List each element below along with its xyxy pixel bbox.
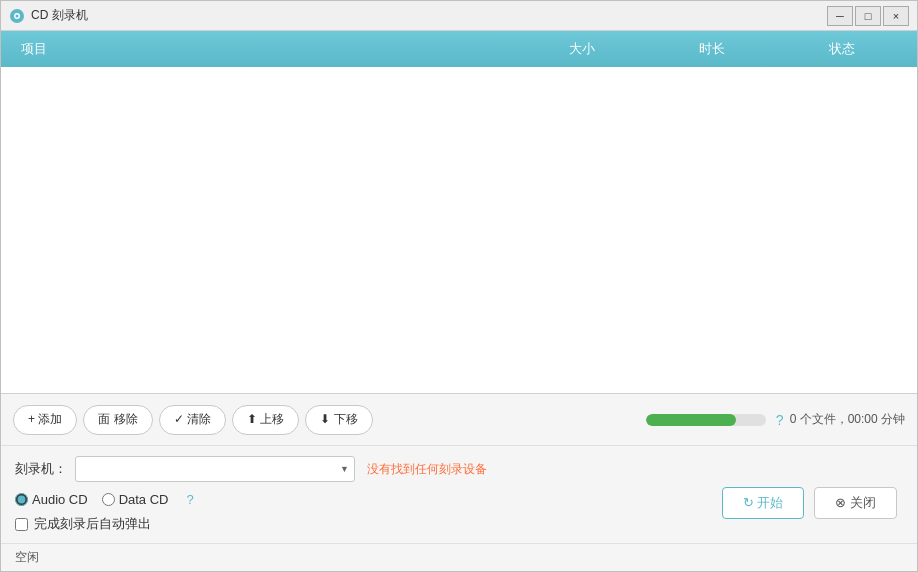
minimize-button[interactable]: ─ [827, 6, 853, 26]
audio-cd-radio[interactable] [15, 493, 28, 506]
burner-label: 刻录机： [15, 460, 67, 478]
toolbar-right: ? 0 个文件，00:00 分钟 [646, 411, 905, 428]
burner-row: 刻录机： 没有找到任何刻录设备 [15, 456, 903, 482]
move-up-button[interactable]: ⬆ 上移 [232, 405, 299, 435]
file-list [1, 67, 917, 394]
burner-select[interactable] [75, 456, 355, 482]
column-header: 项目 大小 时长 状态 [1, 31, 917, 67]
close-window-button[interactable]: × [883, 6, 909, 26]
file-count: 0 个文件，00:00 分钟 [790, 411, 905, 428]
audio-cd-label[interactable]: Audio CD [15, 492, 88, 507]
clear-button[interactable]: ✓ 清除 [159, 405, 226, 435]
close-button[interactable]: ⊗ 关闭 [814, 487, 897, 519]
window-controls: ─ □ × [827, 6, 909, 26]
data-cd-radio[interactable] [102, 493, 115, 506]
add-button[interactable]: + 添加 [13, 405, 77, 435]
auto-eject-text: 完成刻录后自动弹出 [34, 515, 151, 533]
auto-eject-label[interactable]: 完成刻录后自动弹出 [15, 515, 151, 533]
progress-bar-fill [646, 414, 736, 426]
progress-bar-container [646, 414, 766, 426]
svg-point-2 [16, 14, 19, 17]
remove-button[interactable]: 面 移除 [83, 405, 152, 435]
auto-eject-checkbox[interactable] [15, 518, 28, 531]
move-down-button[interactable]: ⬇ 下移 [305, 405, 372, 435]
status-bar: 空闲 [1, 543, 917, 571]
status-text: 空闲 [15, 549, 39, 566]
burner-select-wrapper [75, 456, 355, 482]
maximize-button[interactable]: □ [855, 6, 881, 26]
cd-type-help-icon[interactable]: ? [187, 492, 194, 507]
audio-cd-text: Audio CD [32, 492, 88, 507]
app-icon [9, 8, 25, 24]
window-title: CD 刻录机 [31, 7, 88, 24]
bottom-section: 刻录机： 没有找到任何刻录设备 Audio CD Data CD ? [1, 446, 917, 571]
progress-help-icon[interactable]: ? [776, 412, 784, 428]
toolbar: + 添加 面 移除 ✓ 清除 ⬆ 上移 ⬇ 下移 ? 0 个文件，00:00 分… [1, 394, 917, 446]
data-cd-text: Data CD [119, 492, 169, 507]
col-duration-header: 时长 [647, 40, 777, 58]
start-button[interactable]: ↻ 开始 [722, 487, 805, 519]
col-size-header: 大小 [517, 40, 647, 58]
action-buttons: ↻ 开始 ⊗ 关闭 [722, 487, 897, 519]
title-bar: CD 刻录机 ─ □ × [1, 1, 917, 31]
col-name-header: 项目 [11, 40, 517, 58]
no-device-text: 没有找到任何刻录设备 [367, 461, 487, 478]
data-cd-label[interactable]: Data CD [102, 492, 169, 507]
col-status-header: 状态 [777, 40, 907, 58]
